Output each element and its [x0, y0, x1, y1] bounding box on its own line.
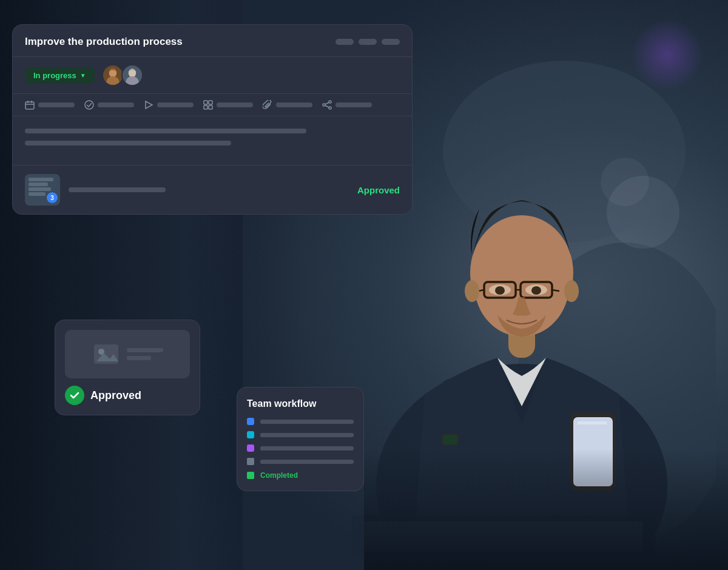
play-label-placeholder: [157, 102, 194, 107]
paperclip-icon: [263, 100, 272, 110]
toolbar-grid[interactable]: [203, 100, 253, 110]
task-card: Improve the production process In progre…: [12, 24, 413, 215]
toolbar-calendar[interactable]: [25, 100, 75, 110]
workflow-line-4: [260, 460, 354, 464]
svg-point-44: [329, 101, 331, 103]
svg-rect-40: [204, 101, 207, 104]
task-content: [13, 116, 412, 166]
avatar-user2: [121, 64, 143, 86]
status-badge[interactable]: In progress ▼: [25, 67, 95, 84]
check-icon: [84, 100, 94, 110]
workflow-line-2: [260, 433, 354, 437]
status-row: In progress ▼: [13, 57, 412, 94]
content-line-2: [25, 141, 231, 146]
checkmark-icon: [69, 390, 80, 401]
share-label-placeholder: [335, 102, 372, 107]
toolbar-attachment[interactable]: [263, 100, 312, 110]
chevron-down-icon: ▼: [80, 72, 86, 79]
window-control-3[interactable]: [382, 39, 400, 45]
attachment-name-placeholder: [69, 187, 166, 192]
svg-point-27: [601, 158, 649, 206]
status-label: In progress: [33, 71, 76, 80]
workflow-item-4: [247, 458, 354, 465]
approved-card: Approved: [55, 320, 200, 415]
svg-rect-41: [209, 101, 212, 104]
svg-point-45: [323, 104, 325, 106]
image-placeholder-lines: [127, 348, 163, 360]
workflow-item-5: Completed: [247, 471, 354, 480]
check-label-placeholder: [98, 102, 134, 107]
grid-label-placeholder: [217, 102, 253, 107]
approved-text: Approved: [90, 389, 141, 402]
content-line-1: [25, 129, 306, 133]
calendar-icon: [25, 100, 35, 110]
approved-card-image: [65, 330, 190, 378]
workflow-dot-purple: [247, 444, 254, 452]
workflow-card: Team workflow Completed: [237, 387, 364, 491]
image-line-2: [127, 356, 151, 360]
avatar-user1: [102, 64, 124, 86]
window-controls: [335, 39, 400, 45]
svg-point-46: [329, 107, 331, 109]
task-card-header: Improve the production process: [13, 25, 412, 57]
attachment-badge: 3: [47, 192, 58, 203]
svg-rect-43: [209, 106, 212, 109]
toolbar: [13, 94, 412, 116]
svg-rect-34: [25, 102, 34, 109]
attachment-approved-label: Approved: [357, 185, 400, 195]
svg-line-48: [325, 106, 329, 107]
svg-rect-42: [204, 106, 207, 109]
workflow-title: Team workflow: [247, 398, 354, 409]
svg-point-15: [531, 286, 541, 295]
workflow-line-1: [260, 420, 354, 424]
play-icon: [144, 100, 153, 110]
workflow-dot-teal: [247, 431, 254, 438]
svg-marker-39: [146, 101, 152, 109]
svg-point-29: [109, 69, 116, 77]
attachment-thumbnail[interactable]: 3: [25, 174, 60, 206]
workflow-completed-text: Completed: [260, 471, 298, 480]
avatar-group: [102, 64, 143, 86]
workflow-dot-gray: [247, 458, 254, 465]
image-line-1: [127, 348, 163, 352]
toolbar-check[interactable]: [84, 100, 134, 110]
svg-point-38: [85, 101, 93, 109]
toolbar-play[interactable]: [144, 100, 194, 110]
attachment-row: 3 Approved: [13, 166, 412, 214]
image-placeholder-icon: [92, 340, 121, 369]
calendar-label-placeholder: [38, 102, 75, 107]
svg-point-17: [564, 280, 579, 302]
approved-status-row: Approved: [65, 386, 190, 405]
workflow-item-2: [247, 431, 354, 438]
workflow-items: Completed: [247, 418, 354, 480]
task-title: Improve the production process: [25, 36, 183, 48]
workflow-item-3: [247, 444, 354, 452]
laptop-hint: [364, 449, 728, 570]
workflow-line-3: [260, 446, 354, 451]
workflow-dot-green: [247, 472, 254, 479]
svg-line-47: [325, 102, 329, 104]
svg-point-14: [495, 286, 505, 295]
grid-icon: [203, 100, 213, 110]
svg-point-16: [465, 280, 479, 302]
svg-rect-25: [443, 435, 457, 444]
toolbar-share[interactable]: [322, 100, 372, 110]
workflow-dot-blue: [247, 418, 254, 425]
window-control-1[interactable]: [335, 39, 354, 45]
window-control-2[interactable]: [359, 39, 377, 45]
share-icon: [322, 100, 332, 110]
workflow-item-1: [247, 418, 354, 425]
approved-check-icon: [65, 386, 84, 405]
svg-point-6: [474, 233, 569, 337]
attachment-label-placeholder: [276, 102, 312, 107]
